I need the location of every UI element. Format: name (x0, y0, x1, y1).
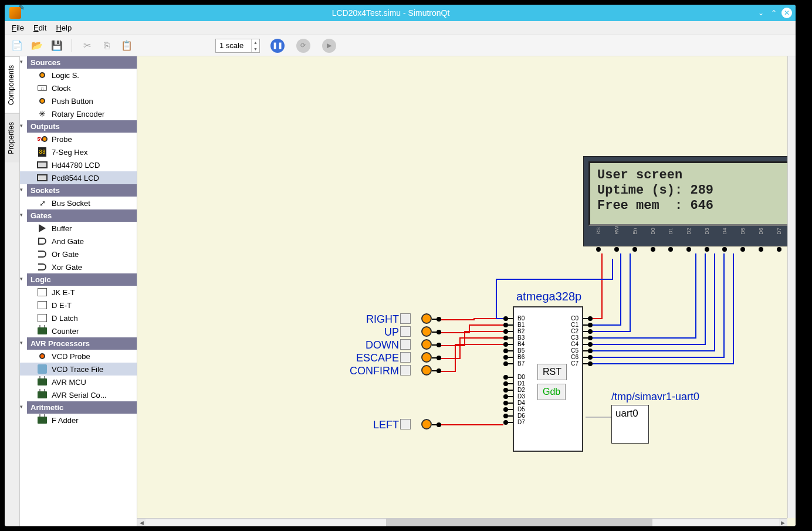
component-f-adder[interactable]: F Adder (20, 414, 137, 427)
mcu-rst-button[interactable]: RST (537, 364, 567, 380)
mcu-pin-C1[interactable] (583, 324, 588, 326)
category-aritmetic[interactable]: Aritmetic (27, 401, 137, 414)
mcu-pin-D3[interactable] (508, 396, 513, 397)
play-button[interactable]: ▶ (321, 38, 337, 54)
component-rotary-encoder[interactable]: ✳Rotary Encoder (20, 107, 137, 120)
button-up[interactable] (400, 326, 411, 337)
button-left[interactable] (400, 419, 411, 429)
canvas-scrollbar-h[interactable]: ◀ ▶ (137, 518, 787, 526)
lcd-pin-dot (722, 247, 727, 252)
scroll-left-arrow[interactable]: ◀ (137, 519, 146, 526)
button-down[interactable] (400, 339, 411, 350)
component-bus-socket[interactable]: ⤢Bus Socket (20, 197, 137, 209)
mcu-pin-D6[interactable] (508, 415, 513, 417)
component-d-e-t[interactable]: D E-T (20, 299, 137, 312)
component-avr-mcu[interactable]: AVR MCU (20, 376, 137, 388)
mcu-pin-C0[interactable] (583, 318, 588, 319)
mcu-pin-C2[interactable] (583, 331, 588, 332)
close-button[interactable]: ✕ (781, 8, 792, 18)
scale-up[interactable]: ▲ (251, 39, 259, 46)
canvas[interactable]: User screen Uptime (s): 289 Free mem : 6… (137, 56, 796, 526)
component-7-seg-hex[interactable]: 887-Seg Hex (20, 146, 137, 158)
minimize-button[interactable]: ⌄ (756, 8, 766, 18)
component-clock[interactable]: ⎍Clock (20, 82, 137, 94)
maximize-button[interactable]: ⌃ (769, 8, 779, 18)
button-right[interactable] (400, 313, 411, 324)
mcu-pin-D5[interactable] (508, 409, 513, 410)
mcu-pin-D4[interactable] (508, 403, 513, 404)
reload-button[interactable]: ⟳ (295, 38, 312, 54)
button-confirm[interactable] (400, 365, 411, 376)
mcu-pin-C4[interactable] (583, 344, 588, 345)
button-escape[interactable] (400, 352, 411, 363)
category-gates[interactable]: Gates (27, 209, 137, 222)
lcd-module[interactable]: User screen Uptime (s): 289 Free mem : 6… (583, 156, 794, 246)
menu-help[interactable]: Help (56, 23, 72, 32)
copy-button[interactable]: ⎘ (99, 38, 114, 53)
component-pcd8544-lcd[interactable]: Pcd8544 LCD (20, 171, 137, 184)
mcu-pin-B1[interactable] (508, 324, 513, 326)
button-node-up[interactable] (421, 326, 432, 337)
mcu-pin-C7[interactable] (583, 363, 588, 364)
mcu-pin-C6[interactable] (583, 357, 588, 358)
mcu-chip[interactable]: RST Gdb B0B1B2B3B4B5B6B7D0D1D2D3D4D5D6D7… (513, 306, 583, 452)
category-logic[interactable]: Logic (27, 273, 137, 286)
uart-box[interactable]: uart0 (611, 405, 649, 444)
mcu-gdb-button[interactable]: Gdb (537, 384, 566, 400)
cut-button[interactable]: ✂ (79, 38, 94, 53)
component-push-button[interactable]: Push Button (20, 94, 137, 107)
button-node-down[interactable] (421, 339, 432, 350)
component-buffer[interactable]: Buffer (20, 222, 137, 235)
mcu-pin-D7[interactable] (508, 422, 513, 423)
category-sockets[interactable]: Sockets (27, 184, 137, 197)
tab-components[interactable]: Components (5, 56, 19, 113)
scale-input[interactable] (216, 40, 251, 51)
mcu-pin-D2[interactable] (508, 390, 513, 391)
component-vcd-trace-file[interactable]: VCD Trace File (20, 363, 137, 376)
scroll-right-arrow[interactable]: ▶ (779, 519, 787, 526)
pause-button[interactable]: ❚❚ (269, 38, 286, 54)
button-node-right[interactable] (421, 313, 432, 324)
scale-input-box[interactable]: ▲ ▼ (215, 39, 260, 53)
component-counter[interactable]: Counter (20, 324, 137, 337)
button-node-confirm[interactable] (421, 365, 432, 376)
open-file-button[interactable]: 📂 (29, 38, 45, 53)
component-and-gate[interactable]: And Gate (20, 235, 137, 248)
mcu-pin-C5[interactable] (583, 350, 588, 351)
canvas-scrollbar-v[interactable] (787, 56, 796, 518)
category-sources[interactable]: Sources (27, 56, 137, 69)
mcu-pin-B2[interactable] (508, 331, 513, 332)
tab-properties[interactable]: Properties (5, 113, 19, 163)
mcu-pin-B6[interactable] (508, 357, 513, 358)
paste-button[interactable]: 📋 (119, 38, 134, 53)
component-xor-gate[interactable]: Xor Gate (20, 261, 137, 273)
mcu-pin-B3[interactable] (508, 337, 513, 339)
mcu-pin-B5[interactable] (508, 350, 513, 351)
mcu-pin-B0[interactable] (508, 318, 513, 319)
components-sidebar[interactable]: SourcesLogic S.⎍ClockPush Button✳Rotary … (20, 56, 137, 526)
component-avr-serial-co-[interactable]: AVR Serial Co... (20, 388, 137, 401)
mcu-pin-B7[interactable] (508, 363, 513, 364)
category-avr-processors[interactable]: AVR Processors (27, 337, 137, 350)
mcu-pin-label: C4 (571, 341, 578, 347)
component-probe[interactable]: 5VProbe (20, 133, 137, 146)
save-file-button[interactable]: 💾 (49, 38, 65, 53)
menu-file[interactable]: File (12, 23, 24, 32)
menu-edit[interactable]: Edit (33, 23, 46, 32)
component-jk-e-t[interactable]: JK E-T (20, 286, 137, 299)
component-d-latch[interactable]: D Latch (20, 312, 137, 324)
mcu-pin-D0[interactable] (508, 377, 513, 378)
mcu-pin-D1[interactable] (508, 383, 513, 384)
component-or-gate[interactable]: Or Gate (20, 248, 137, 261)
new-file-button[interactable]: 📄 (9, 38, 25, 53)
scroll-h-thumb[interactable] (386, 519, 652, 526)
button-node-escape[interactable] (421, 352, 432, 363)
component-vcd-probe[interactable]: VCD Probe (20, 350, 137, 363)
mcu-pin-C3[interactable] (583, 337, 588, 339)
scale-down[interactable]: ▼ (251, 46, 259, 52)
mcu-pin-B4[interactable] (508, 344, 513, 345)
component-hd44780-lcd[interactable]: Hd44780 LCD (20, 158, 137, 171)
component-logic-s-[interactable]: Logic S. (20, 69, 137, 82)
button-node-left[interactable] (421, 419, 432, 429)
category-outputs[interactable]: Outputs (27, 120, 137, 133)
